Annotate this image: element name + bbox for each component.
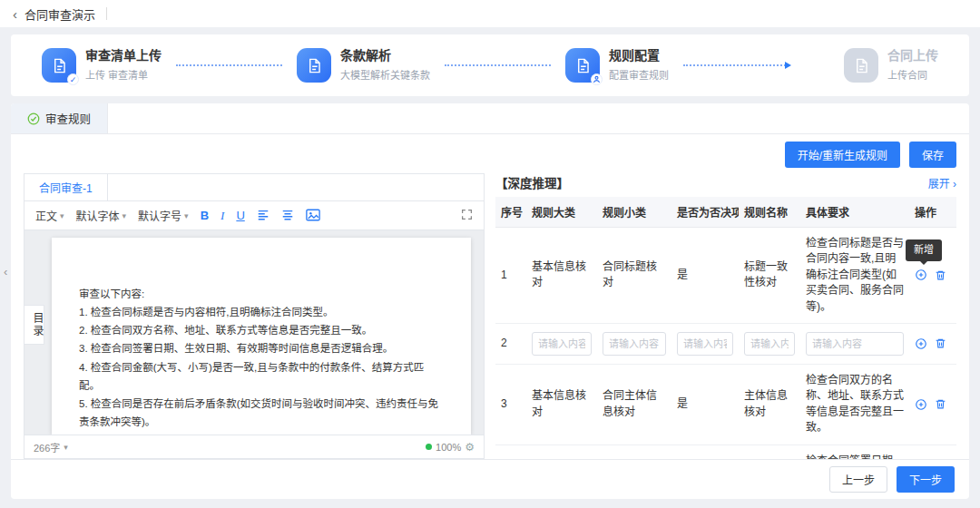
clause-parse-icon xyxy=(297,48,331,83)
align-center-icon[interactable] xyxy=(281,209,294,223)
step-connector xyxy=(445,64,551,66)
toc-tab[interactable]: 目录 xyxy=(24,305,44,345)
paragraph-style-select[interactable]: 正文▾ xyxy=(35,208,64,223)
editor-toolbar: 正文▾ 默认字体▾ 默认字号▾ B I U xyxy=(24,201,484,230)
cell-category: 基本信息核对 xyxy=(526,364,597,444)
step-rule-config: 规则配置 配置审查规则 xyxy=(565,48,669,83)
col-header: 规则小类 xyxy=(597,197,671,228)
editor-tab-contract-review-1[interactable]: 合同审查-1 xyxy=(24,174,108,200)
zoom-status-dot xyxy=(426,444,432,450)
doc-line: 1. 检查合同标题是否与内容相符,且明确标注合同类型。 xyxy=(79,303,444,321)
cell-rule-name: 标题一致性核对 xyxy=(739,228,800,324)
step-title: 条款解析 xyxy=(340,49,430,63)
subcategory-input[interactable] xyxy=(603,332,666,356)
tab-label: 审查规则 xyxy=(45,110,91,127)
underline-button[interactable]: U xyxy=(236,210,244,221)
doc-line: 3. 检查合同签署日期、生效日期、有效期等时间信息是否逻辑合理。 xyxy=(79,339,444,357)
contract-upload-icon xyxy=(844,48,878,83)
cell-veto: 是 xyxy=(671,364,739,444)
cell-rule-name: 时间信息核对 xyxy=(739,444,800,459)
cell-category: 基本信息核对 xyxy=(526,228,597,324)
doc-line: 5. 检查合同是否存在前后矛盾条款(如交货时间与验收时间冲突、违约责任与免责条款… xyxy=(79,395,444,431)
align-left-icon[interactable] xyxy=(257,209,270,223)
rules-table: 序号 规则大类 规则小类 是否为否决项 规则名称 具体要求 操作 xyxy=(495,197,956,459)
generate-rules-button[interactable]: 开始/重新生成规则 xyxy=(785,142,900,168)
add-row-icon[interactable] xyxy=(915,398,927,411)
chevron-down-icon: ▾ xyxy=(184,211,189,220)
chevron-down-icon: ▾ xyxy=(64,443,68,452)
cell-category: 基本信息核对 xyxy=(526,444,597,459)
requirement-input[interactable] xyxy=(806,332,904,356)
tab-review-rules[interactable]: 审查规则 xyxy=(11,103,108,133)
delete-row-icon[interactable] xyxy=(935,398,946,410)
prev-step-button[interactable]: 上一步 xyxy=(829,466,887,493)
step-subtitle: 大模型解析关键条款 xyxy=(340,67,430,82)
step-title: 合同上传 xyxy=(887,49,938,63)
main-card: 审查规则 开始/重新生成规则 保存 合同审查-1 正文▾ 默认字体▾ 默认字号▾… xyxy=(11,103,969,499)
step-title: 规则配置 xyxy=(609,49,669,63)
rules-panel: 【深度推理】 展开 › 序号 规则大类 规则小类 是否为否决项 规则名称 xyxy=(495,173,956,459)
doc-line: 4. 检查合同金额(大写、小写)是否一致,且与条款中的付款条件、结算方式匹配。 xyxy=(79,358,444,395)
editor-statusbar: 266字 ▾ 100% ⚙ xyxy=(24,435,484,458)
table-header-row: 序号 规则大类 规则小类 是否为否决项 规则名称 具体要求 操作 xyxy=(495,197,956,228)
step-connector xyxy=(176,64,282,66)
expand-link[interactable]: 展开 › xyxy=(928,175,956,190)
doc-intro: 审查以下内容: xyxy=(79,285,444,303)
cell-rule-name: 主体信息核对 xyxy=(739,364,800,444)
chevron-down-icon: ▾ xyxy=(122,211,127,220)
delete-row-icon[interactable] xyxy=(935,337,946,349)
check-badge-icon: ✓ xyxy=(67,73,79,85)
table-row-editing: 2 xyxy=(495,323,956,364)
checklist-upload-icon: ✓ xyxy=(42,48,76,83)
step-subtitle: 上传 审查清单 xyxy=(85,67,162,82)
document-page[interactable]: 审查以下内容: 1. 检查合同标题是否与内容相符,且明确标注合同类型。 2. 检… xyxy=(52,238,471,435)
back-icon[interactable]: ‹ xyxy=(13,6,17,22)
category-input[interactable] xyxy=(532,332,592,356)
step-clause-parse: 条款解析 大模型解析关键条款 xyxy=(297,48,430,83)
table-row: 3 基本信息核对 合同主体信息核对 是 主体信息核对 检查合同双方的名称、地址、… xyxy=(495,364,956,444)
zoom-level: 100% xyxy=(436,442,461,453)
veto-input[interactable] xyxy=(677,332,733,356)
stepper: ✓ 审查清单上传 上传 审查清单 条款解析 大模型解析关键条款 规则配置 配置审… xyxy=(11,34,969,96)
cell-requirement: 检查合同标题是否与合同内容一致,且明确标注合同类型(如买卖合同、服务合同等)。 xyxy=(800,228,909,324)
doc-line: 6. 检查合同是否包含必备条款(如标的、数量、质量、价款、履行期限、违约责任、争… xyxy=(79,431,444,435)
actions-row: 开始/重新生成规则 保存 xyxy=(24,142,956,168)
step-title: 审查清单上传 xyxy=(85,49,162,63)
rules-table-wrap: 序号 规则大类 规则小类 是否为否决项 规则名称 具体要求 操作 xyxy=(495,197,956,459)
next-step-button[interactable]: 下一步 xyxy=(897,466,955,493)
fullscreen-icon[interactable] xyxy=(461,209,473,222)
collapse-panel-icon[interactable]: ‹ xyxy=(0,263,11,280)
cell-no: 2 xyxy=(495,323,526,364)
topbar: ‹ 合同审查演示 xyxy=(0,0,980,27)
cell-no: 1 xyxy=(495,228,526,324)
cell-veto: 是 xyxy=(671,228,739,324)
cell-requirement: 检查合同双方的名称、地址、联系方式等信息是否完整且一致。 xyxy=(800,364,909,444)
table-row: 4 基本信息核对 时间信息核对 是 时间信息核对 检查合同签署日期、生效日期、有… xyxy=(495,444,956,459)
gear-icon[interactable]: ⚙ xyxy=(465,441,475,454)
bold-button[interactable]: B xyxy=(201,210,209,221)
word-count[interactable]: 266字 xyxy=(34,440,60,454)
font-family-select[interactable]: 默认字体▾ xyxy=(76,208,127,223)
italic-button[interactable]: I xyxy=(220,210,224,221)
table-row: 1 基本信息核对 合同标题核对 是 标题一致性核对 检查合同标题是否与合同内容一… xyxy=(495,228,956,324)
card-tabbar: 审查规则 xyxy=(11,103,969,134)
step-subtitle: 上传合同 xyxy=(887,67,938,82)
font-size-select[interactable]: 默认字号▾ xyxy=(138,208,189,223)
save-button[interactable]: 保存 xyxy=(909,142,956,168)
add-row-icon[interactable] xyxy=(915,337,927,350)
step-contract-upload: 合同上传 上传合同 xyxy=(844,48,938,83)
col-header: 序号 xyxy=(495,197,526,228)
col-header: 规则大类 xyxy=(526,197,597,228)
cell-subcategory: 合同标题核对 xyxy=(597,228,671,324)
add-row-icon[interactable] xyxy=(915,269,927,281)
chevron-down-icon: ▾ xyxy=(60,211,64,220)
col-header: 具体要求 xyxy=(800,197,909,228)
col-header: 规则名称 xyxy=(739,197,800,228)
contract-editor-panel: 合同审查-1 正文▾ 默认字体▾ 默认字号▾ B I U 目录 xyxy=(24,173,485,459)
rule-name-input[interactable] xyxy=(744,332,795,356)
cell-no: 4 xyxy=(495,444,526,459)
delete-row-icon[interactable] xyxy=(935,269,946,281)
insert-image-icon[interactable] xyxy=(306,209,320,223)
rule-config-icon xyxy=(565,48,600,83)
divider xyxy=(106,7,107,20)
